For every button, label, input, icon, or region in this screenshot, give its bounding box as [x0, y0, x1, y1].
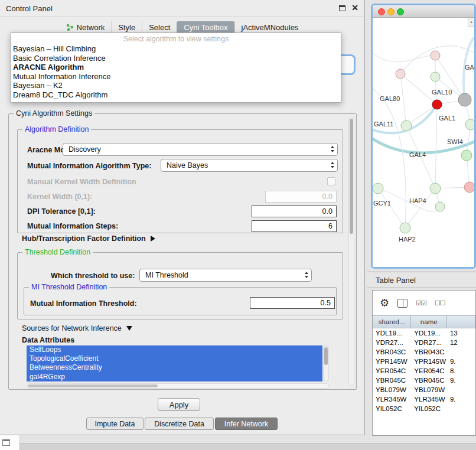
network-node[interactable] — [461, 150, 472, 161]
algorithm-option[interactable]: ARACNE Algorithm — [11, 63, 341, 72]
algorithm-definition-title: Algorithm Definition — [22, 125, 91, 133]
network-node[interactable] — [431, 72, 440, 81]
tab-discretize-data[interactable]: Discretize Data — [145, 418, 214, 430]
algorithm-option[interactable]: Basic Correlation Inference — [11, 54, 341, 63]
network-window-titlebar[interactable] — [373, 5, 474, 18]
network-node-label: HAP4 — [409, 197, 426, 204]
mi-threshold-label: Mutual Information Threshold: — [30, 299, 137, 308]
algorithm-option[interactable]: Bayesian – K2 — [11, 81, 341, 90]
table-cell: YBR045C — [373, 376, 411, 385]
table-row[interactable]: YIL052CYIL052C — [373, 404, 475, 413]
network-node[interactable] — [430, 183, 441, 194]
aracne-mode-combobox[interactable]: Discovery — [63, 143, 338, 156]
aracne-mode-value: Discovery — [69, 145, 101, 154]
table-row[interactable]: YBR043CYBR043C — [373, 347, 475, 357]
attribute-list-item[interactable]: SelfLoops — [27, 345, 322, 354]
close-icon[interactable]: ✕ — [351, 3, 358, 12]
select-none-icon[interactable]: ☐☐ — [435, 299, 445, 307]
table-cell: YBL079W — [411, 385, 447, 394]
table-cell: YLR345W — [373, 394, 411, 404]
network-edge[interactable] — [373, 89, 406, 228]
table-body: YDL19...YDL19...13YDR27...YDR27...12YBR0… — [373, 328, 475, 413]
table-column-header[interactable]: shared... — [373, 316, 411, 328]
network-edge[interactable] — [400, 74, 406, 126]
table-cell: YLR345W — [411, 394, 447, 404]
algorithm-option[interactable]: Bayesian – Hill Climbing — [11, 44, 341, 54]
table-row[interactable]: YPR145WYPR145W9. — [373, 357, 475, 366]
network-graph[interactable]: GALGAL80GAL10GAL11GAL1SWI4GAL4GCY1HAP4HA… — [373, 18, 474, 267]
data-attributes-list[interactable]: SelfLoopsTopologicalCoefficientBetweenne… — [27, 345, 322, 381]
network-edge[interactable] — [435, 105, 437, 188]
network-node[interactable] — [458, 93, 471, 106]
network-node[interactable] — [401, 120, 412, 131]
network-node-label: GAL10 — [432, 89, 452, 96]
network-edge[interactable] — [373, 53, 435, 62]
settings-scrollbar[interactable] — [348, 117, 354, 386]
network-canvas[interactable]: GALGAL80GAL10GAL11GAL1SWI4GAL4GCY1HAP4HA… — [373, 18, 474, 267]
network-node-label: GAL — [465, 64, 474, 71]
hub-factor-section-toggle[interactable]: Hub/Transcription Factor Definition — [22, 234, 155, 243]
table-cell — [447, 404, 475, 413]
column-chooser-icon[interactable] — [397, 299, 407, 308]
algorithm-option[interactable]: Mutual Information Inference — [11, 72, 341, 81]
threshold-definition-group: Threshold Definition Which threshold to … — [17, 252, 343, 319]
select-all-icon[interactable]: ☑☑ — [416, 299, 426, 307]
mi-threshold-field[interactable]: 0.5 — [250, 297, 335, 309]
attribute-list-item[interactable]: BetweennessCentrality — [27, 363, 322, 372]
table-row[interactable]: YLR345WYLR345W9. — [373, 394, 475, 404]
float-window-icon[interactable] — [339, 5, 345, 11]
settings-gear-icon[interactable]: ⚙ — [380, 296, 389, 309]
network-edge[interactable] — [405, 188, 435, 228]
canvas-scroll-arrow-icon[interactable]: ▲ — [468, 18, 474, 27]
table-row[interactable]: YBL079WYBL079W — [373, 385, 475, 394]
table-row[interactable]: YDR27...YDR27...12 — [373, 338, 475, 347]
network-node[interactable] — [464, 182, 474, 193]
apply-button[interactable]: Apply — [158, 398, 200, 411]
attributes-hscrollbar[interactable] — [27, 383, 329, 389]
minimize-traffic-light[interactable] — [387, 8, 395, 15]
attributes-hscrollbar-thumb[interactable] — [28, 384, 158, 387]
attributes-scrollbar[interactable] — [323, 345, 329, 381]
combo-arrows-icon — [331, 146, 334, 152]
mi-type-combobox[interactable]: Naive Bayes — [161, 159, 338, 172]
network-node[interactable] — [431, 51, 440, 60]
zoom-traffic-light[interactable] — [397, 8, 404, 15]
sources-section-toggle[interactable]: Sources for Network Inference — [22, 324, 132, 332]
table-cell: YBR043C — [411, 347, 447, 357]
tab-infer-network[interactable]: Infer Network — [215, 418, 278, 430]
mi-threshold-value: 0.5 — [321, 299, 331, 307]
tab-impute-data[interactable]: Impute Data — [86, 418, 144, 430]
attribute-list-item[interactable]: TopologicalCoefficient — [27, 354, 322, 363]
table-header-row[interactable]: shared...name — [373, 315, 475, 328]
network-node[interactable] — [432, 100, 442, 109]
which-threshold-value: MI Threshold — [145, 271, 188, 279]
attributes-scrollbar-thumb[interactable] — [324, 347, 328, 365]
network-node[interactable] — [435, 202, 445, 211]
table-column-header[interactable] — [447, 316, 475, 328]
settings-scrollbar-thumb[interactable] — [350, 119, 353, 234]
network-edge[interactable] — [378, 188, 405, 228]
network-node-label: GCY1 — [373, 200, 391, 207]
algorithm-option[interactable]: Dream8 DC_TDC Algorithm — [11, 90, 341, 100]
table-cell — [447, 385, 475, 394]
mi-steps-field[interactable]: 6 — [252, 220, 337, 232]
network-node[interactable] — [465, 119, 474, 130]
which-threshold-combobox[interactable]: MI Threshold — [139, 269, 312, 282]
network-node-label: HAP2 — [399, 236, 416, 243]
algorithm-popup-list: Bayesian – Hill ClimbingBasic Correlatio… — [11, 44, 341, 99]
close-traffic-light[interactable] — [378, 8, 385, 15]
attribute-list-item[interactable]: gal4RGexp — [27, 373, 322, 381]
minimized-window-icon[interactable] — [2, 439, 10, 446]
algorithm-definition-group: Algorithm Definition Aracne Mode: Discov… — [17, 129, 343, 233]
table-column-header[interactable]: name — [411, 316, 447, 328]
network-node[interactable] — [373, 183, 383, 194]
table-row[interactable]: YDL19...YDL19...13 — [373, 328, 475, 338]
network-node-label: GAL4 — [409, 151, 426, 158]
hub-factor-label: Hub/Transcription Factor Definition — [22, 234, 146, 243]
network-node[interactable] — [400, 223, 410, 233]
dpi-tolerance-field[interactable]: 0.0 — [252, 206, 337, 217]
mi-threshold-group: MI Threshold Definition Mutual Informati… — [24, 287, 337, 315]
network-node[interactable] — [396, 69, 405, 79]
table-row[interactable]: YBR045CYBR045C9. — [373, 376, 475, 385]
table-row[interactable]: YER054CYER054C8. — [373, 366, 475, 376]
